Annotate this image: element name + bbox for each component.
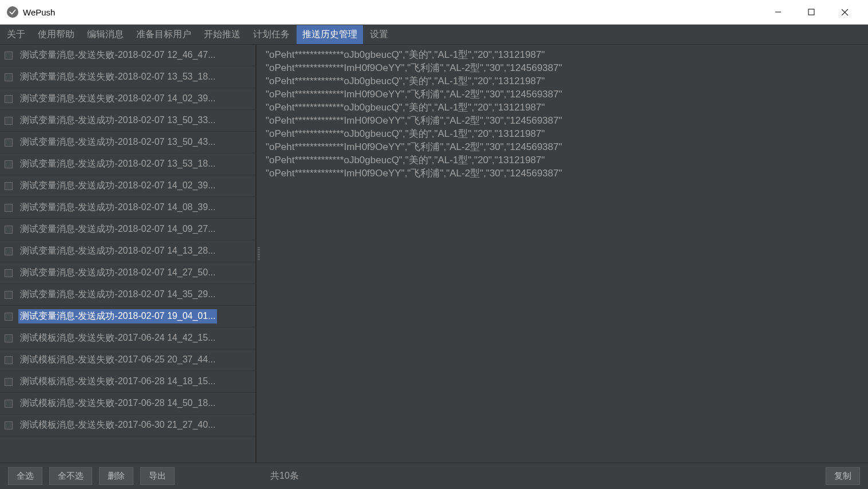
svg-rect-1 bbox=[808, 9, 814, 15]
menu-item[interactable]: 准备目标用户 bbox=[131, 25, 197, 44]
history-checkbox[interactable] bbox=[5, 204, 13, 212]
history-checkbox[interactable] bbox=[5, 52, 13, 60]
history-item[interactable]: 测试模板消息-发送失败-2017-06-28 14_50_18... bbox=[0, 393, 255, 415]
history-checkbox[interactable] bbox=[5, 73, 13, 81]
history-item[interactable]: 测试变量消息-发送成功-2018-02-07 14_13_28... bbox=[0, 240, 255, 262]
history-item-label: 测试变量消息-发送成功-2018-02-07 14_09_27... bbox=[18, 222, 217, 236]
history-checkbox[interactable] bbox=[5, 247, 13, 255]
menu-item[interactable]: 推送历史管理 bbox=[297, 25, 363, 44]
history-item-label: 测试变量消息-发送成功-2018-02-07 14_27_50... bbox=[18, 266, 217, 280]
log-line: "oPeht*************ImH0f9OeYY","飞利浦","AL… bbox=[266, 88, 863, 101]
history-checkbox[interactable] bbox=[5, 291, 13, 299]
history-item-label: 测试模板消息-发送失败-2017-06-28 14_18_15... bbox=[18, 374, 217, 389]
main-area: 测试变量消息-发送失败-2018-02-07 12_46_47...测试变量消息… bbox=[0, 45, 868, 463]
history-checkbox[interactable] bbox=[5, 117, 13, 125]
log-line: "oPeht*************oJb0gbeucQ","美的","AL-… bbox=[266, 74, 863, 88]
minimize-button[interactable] bbox=[762, 0, 795, 25]
history-checkbox[interactable] bbox=[5, 313, 13, 321]
history-item[interactable]: 测试变量消息-发送成功-2018-02-07 13_53_18... bbox=[0, 153, 255, 175]
history-panel: 测试变量消息-发送失败-2018-02-07 12_46_47...测试变量消息… bbox=[0, 45, 257, 463]
history-item[interactable]: 测试模板消息-发送失败-2017-06-28 14_18_15... bbox=[0, 371, 255, 393]
history-checkbox[interactable] bbox=[5, 226, 13, 234]
history-item-label: 测试变量消息-发送成功-2018-02-07 14_02_39... bbox=[18, 179, 217, 193]
bottom-bar: 全选 全不选 删除 导出 共10条 复制 bbox=[0, 463, 868, 489]
history-checkbox[interactable] bbox=[5, 269, 13, 277]
log-line: "oPeht*************oJb0gbeucQ","美的","AL-… bbox=[266, 153, 863, 167]
copy-button[interactable]: 复制 bbox=[826, 467, 860, 485]
history-item-label: 测试变量消息-发送成功-2018-02-07 14_08_39... bbox=[18, 200, 217, 215]
log-line: "oPeht*************oJb0gbeucQ","美的","AL-… bbox=[266, 101, 863, 114]
history-item-label: 测试变量消息-发送失败-2018-02-07 13_53_18... bbox=[18, 70, 217, 84]
close-button[interactable] bbox=[828, 0, 861, 25]
history-item-label: 测试变量消息-发送失败-2018-02-07 12_46_47... bbox=[18, 48, 217, 62]
history-item[interactable]: 测试变量消息-发送成功-2018-02-07 14_35_29... bbox=[0, 284, 255, 306]
titlebar: WePush bbox=[0, 0, 868, 25]
history-checkbox[interactable] bbox=[5, 334, 13, 342]
history-item[interactable]: 测试变量消息-发送成功-2018-02-07 19_04_01... bbox=[0, 306, 255, 328]
history-checkbox[interactable] bbox=[5, 95, 13, 103]
history-checkbox[interactable] bbox=[5, 421, 13, 429]
history-item-label: 测试变量消息-发送成功-2018-02-07 13_50_33... bbox=[18, 113, 217, 128]
log-line: "oPeht*************ImH0f9OeYY","飞利浦","AL… bbox=[266, 140, 863, 153]
window-title: WePush bbox=[23, 7, 762, 17]
history-item[interactable]: 测试变量消息-发送失败-2018-02-07 12_46_47... bbox=[0, 45, 255, 66]
menu-item[interactable]: 关于 bbox=[1, 25, 31, 44]
history-item-label: 测试模板消息-发送失败-2017-06-30 21_27_40... bbox=[18, 418, 217, 432]
select-all-button[interactable]: 全选 bbox=[8, 467, 42, 485]
log-line: "oPeht*************oJb0gbeucQ","美的","AL-… bbox=[266, 48, 863, 61]
log-line: "oPeht*************ImH0f9OeYY","飞利浦","AL… bbox=[266, 167, 863, 180]
history-item[interactable]: 测试模板消息-发送失败-2017-06-24 14_42_15... bbox=[0, 328, 255, 349]
history-checkbox[interactable] bbox=[5, 400, 13, 408]
history-item[interactable]: 测试模板消息-发送失败-2017-06-30 21_27_40... bbox=[0, 415, 255, 436]
history-item[interactable]: 测试变量消息-发送成功-2018-02-07 14_08_39... bbox=[0, 197, 255, 219]
history-item-label: 测试模板消息-发送失败-2017-06-25 20_37_44... bbox=[18, 353, 217, 367]
history-item-label: 测试变量消息-发送成功-2018-02-07 14_35_29... bbox=[18, 287, 217, 302]
history-item[interactable]: 测试变量消息-发送失败-2018-02-07 13_53_18... bbox=[0, 66, 255, 88]
history-item[interactable]: 测试变量消息-发送成功-2018-02-07 14_09_27... bbox=[0, 219, 255, 240]
history-item-label: 测试变量消息-发送成功-2018-02-07 13_53_18... bbox=[18, 157, 217, 171]
maximize-button[interactable] bbox=[795, 0, 828, 25]
history-item[interactable]: 测试模板消息-发送失败-2017-06-25 20_37_44... bbox=[0, 349, 255, 371]
log-panel[interactable]: "oPeht*************oJb0gbeucQ","美的","AL-… bbox=[261, 45, 868, 463]
log-line: "oPeht*************ImH0f9OeYY","飞利浦","AL… bbox=[266, 61, 863, 74]
history-list[interactable]: 测试变量消息-发送失败-2018-02-07 12_46_47...测试变量消息… bbox=[0, 45, 255, 463]
history-item[interactable]: 测试变量消息-发送失败-2018-02-07 14_02_39... bbox=[0, 88, 255, 110]
history-checkbox[interactable] bbox=[5, 160, 13, 168]
history-item[interactable]: 测试变量消息-发送成功-2018-02-07 14_27_50... bbox=[0, 262, 255, 284]
splitter-grip-icon bbox=[258, 247, 260, 260]
history-item-label: 测试变量消息-发送成功-2018-02-07 19_04_01... bbox=[18, 309, 217, 324]
splitter[interactable] bbox=[257, 45, 261, 463]
app-icon bbox=[7, 6, 18, 18]
history-checkbox[interactable] bbox=[5, 139, 13, 147]
history-checkbox[interactable] bbox=[5, 378, 13, 386]
menu-item[interactable]: 编辑消息 bbox=[81, 25, 129, 44]
export-button[interactable]: 导出 bbox=[140, 467, 175, 485]
history-item-label: 测试变量消息-发送成功-2018-02-07 14_13_28... bbox=[18, 244, 217, 258]
status-count: 共10条 bbox=[260, 470, 826, 482]
history-item[interactable]: 测试变量消息-发送成功-2018-02-07 14_02_39... bbox=[0, 175, 255, 197]
log-line: "oPeht*************ImH0f9OeYY","飞利浦","AL… bbox=[266, 114, 863, 127]
menu-item[interactable]: 计划任务 bbox=[247, 25, 295, 44]
menu-item[interactable]: 设置 bbox=[364, 25, 394, 44]
deselect-all-button[interactable]: 全不选 bbox=[49, 467, 92, 485]
history-checkbox[interactable] bbox=[5, 356, 13, 364]
history-item[interactable]: 测试变量消息-发送成功-2018-02-07 13_50_43... bbox=[0, 132, 255, 153]
history-item-label: 测试模板消息-发送失败-2017-06-28 14_50_18... bbox=[18, 396, 217, 411]
history-item-label: 测试变量消息-发送失败-2018-02-07 14_02_39... bbox=[18, 92, 217, 106]
delete-button[interactable]: 删除 bbox=[99, 467, 133, 485]
log-line: "oPeht*************oJb0gbeucQ","美的","AL-… bbox=[266, 127, 863, 140]
history-checkbox[interactable] bbox=[5, 182, 13, 190]
history-item-label: 测试变量消息-发送成功-2018-02-07 13_50_43... bbox=[18, 135, 217, 149]
menu-item[interactable]: 开始推送 bbox=[198, 25, 246, 44]
menu-item[interactable]: 使用帮助 bbox=[32, 25, 80, 44]
history-item-label: 测试模板消息-发送失败-2017-06-24 14_42_15... bbox=[18, 331, 217, 345]
history-item[interactable]: 测试变量消息-发送成功-2018-02-07 13_50_33... bbox=[0, 110, 255, 132]
menubar: 关于使用帮助编辑消息准备目标用户开始推送计划任务推送历史管理设置 bbox=[0, 25, 868, 45]
